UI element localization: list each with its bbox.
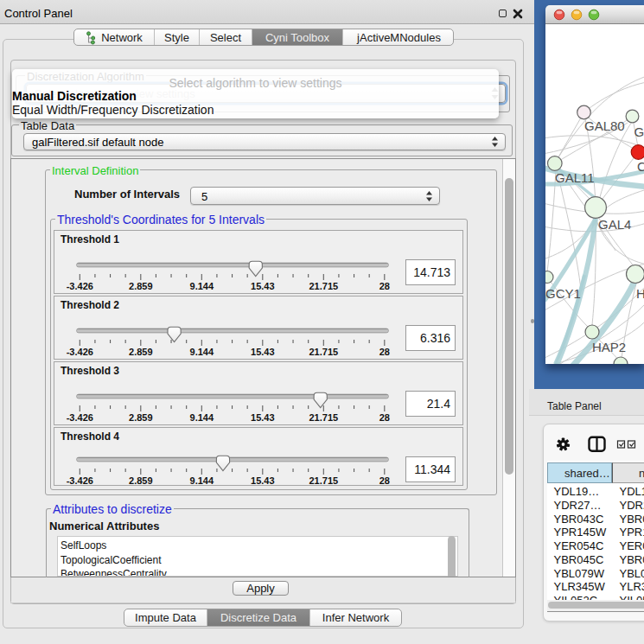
svg-text:GCY1: GCY1 <box>545 286 581 301</box>
svg-text:CY: CY <box>637 159 644 174</box>
svg-text:GA: GA <box>634 124 644 139</box>
svg-text:HA: HA <box>636 286 644 301</box>
svg-text:GAL4: GAL4 <box>598 217 631 232</box>
svg-text:GAL80: GAL80 <box>584 118 625 133</box>
svg-text:GAL11: GAL11 <box>555 170 595 185</box>
svg-text:HAP2: HAP2 <box>592 340 626 354</box>
